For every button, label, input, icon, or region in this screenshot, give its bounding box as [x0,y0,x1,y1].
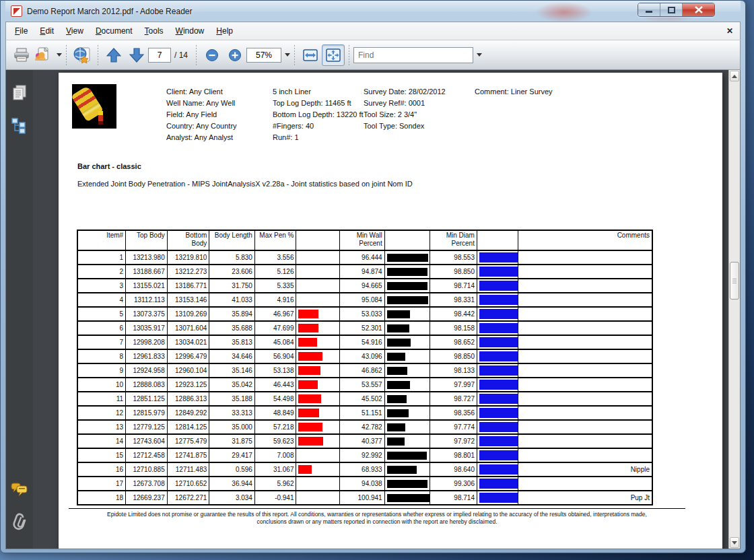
scrollbar-thumb[interactable] [730,262,739,300]
min-diam-bar [479,408,518,418]
minimize-button[interactable] [638,3,660,16]
main-area: Client: Any ClientWell Name: Any WellFie… [5,70,741,549]
pages-panel-button[interactable] [11,84,28,104]
cell-max-pen: 53.138 [254,363,296,378]
cell-max-pen: 47.699 [254,321,296,335]
cell-max-pen: 4.916 [254,293,296,307]
cell-diam-bar [477,406,518,420]
zoom-dropdown-icon[interactable] [285,53,290,57]
cell-top-body: 12961.833 [126,349,168,363]
cell-bottom-body: 12923.125 [167,378,209,392]
cell-wall-bar [384,363,430,378]
max-pen-bar [298,324,318,332]
attachments-panel-button[interactable] [11,513,28,536]
comments-panel-button[interactable] [10,482,29,501]
caliper-tool-tip [98,111,103,125]
cell-max-pen: -0.941 [254,491,296,505]
menu-bar: File Edit View Document Tools Window Hel… [5,22,741,40]
cell-pen-bar [296,349,340,363]
scroll-up-button[interactable] [730,71,739,81]
zoom-out-button[interactable] [201,44,224,66]
table-column-header: Top Body [126,230,168,250]
scroll-down-button[interactable] [730,537,739,548]
share-button[interactable] [33,44,62,66]
menu-window[interactable]: Window [170,24,211,38]
cell-min-diam: 97.972 [430,434,477,448]
min-diam-bar [479,281,518,291]
cell-min-diam: 99.306 [430,477,477,491]
table-row: 413112.11313153.14641.0334.91695.08498.3… [77,293,652,307]
header-info-line: #Fingers: 40 [273,120,364,132]
cell-min-diam: 97.997 [430,378,477,392]
fit-page-button[interactable] [322,44,345,66]
min-wall-bar [387,480,427,488]
cell-top-body: 12924.958 [126,363,168,378]
find-dropdown-icon[interactable] [477,53,482,57]
menu-edit[interactable]: Edit [34,24,60,38]
header-info-survey: Survey Date: 28/02/2012Survey Ref#: 0001… [364,86,446,132]
close-icon [695,6,703,13]
menu-view[interactable]: View [60,24,90,38]
bookmarks-panel-button[interactable] [11,116,28,137]
maximize-button[interactable] [660,3,683,16]
attachments-panel-icon [11,513,28,533]
close-button[interactable] [683,3,714,16]
cell-diam-bar [477,335,518,349]
table-row: 912924.95812960.10435.14653.13846.86298.… [77,363,652,378]
print-button[interactable] [10,44,33,66]
create-pdf-online-button[interactable] [71,44,94,66]
table-row: 513073.37513109.26935.89446.96753.03398.… [77,307,652,321]
cell-min-diam: 98.442 [430,307,477,321]
menu-document[interactable]: Document [90,24,139,38]
zoom-level-value[interactable]: 57% [246,48,281,63]
document-canvas[interactable]: Client: Any ClientWell Name: Any WellFie… [33,70,728,549]
header-info-line: Client: Any Client [166,86,237,98]
adobe-reader-window: Demo Report March 2012.pdf - Adobe Reade… [0,0,746,553]
min-wall-bar [387,381,410,389]
comment-text: Nipple [631,466,650,473]
menu-file[interactable]: File [9,24,34,38]
cell-min-diam: 98.652 [430,335,477,349]
max-pen-bar [298,437,323,446]
comment-text: Pup Jt [631,494,650,501]
table-row: 812961.83312996.47934.64656.90443.09698.… [77,349,652,363]
min-diam-bar [479,436,518,446]
cell-item: 7 [77,335,126,349]
cell-top-body: 12888.083 [126,378,168,392]
menu-help[interactable]: Help [210,24,239,38]
cell-item: 10 [77,378,126,392]
max-pen-bar [298,352,322,361]
cell-max-pen: 3.556 [254,250,296,265]
page-number-input[interactable] [148,48,171,63]
cell-min-wall: 100.941 [340,491,385,505]
share-dropdown-icon[interactable] [57,53,62,57]
header-info-line: Tool Type: Sondex [364,120,446,132]
cell-item: 16 [77,462,126,477]
zoom-in-button[interactable] [224,44,246,66]
cell-top-body: 13213.980 [126,250,168,265]
header-info-line: Comment: Liner Survey [475,86,553,98]
cell-wall-bar [384,293,430,307]
min-diam-bar [479,422,518,432]
next-page-button[interactable] [125,44,148,66]
title-bar[interactable]: Demo Report March 2012.pdf - Adobe Reade… [5,1,741,22]
cell-diam-bar [477,321,518,335]
fit-width-button[interactable] [299,44,322,66]
menu-tools[interactable]: Tools [139,24,170,38]
vertical-scrollbar[interactable] [728,70,740,549]
cell-diam-bar [477,420,518,434]
header-info-line: Survey Ref#: 0001 [364,98,446,109]
cell-max-pen: 5.962 [254,477,296,491]
find-input[interactable] [353,47,473,63]
cell-min-wall: 42.782 [340,420,385,434]
cell-top-body: 13155.021 [126,279,168,293]
close-document-icon[interactable]: ✕ [726,26,733,36]
cell-wall-bar [384,434,430,448]
table-row: 1312779.12512814.12535.00057.21842.78297… [77,420,652,434]
cell-comment: ' [518,293,652,307]
cell-wall-bar [384,279,430,293]
header-info-line: Well Name: Any Well [166,98,237,109]
previous-page-button[interactable] [102,44,125,66]
create-pdf-online-icon [73,46,92,64]
cell-diam-bar [477,250,518,265]
